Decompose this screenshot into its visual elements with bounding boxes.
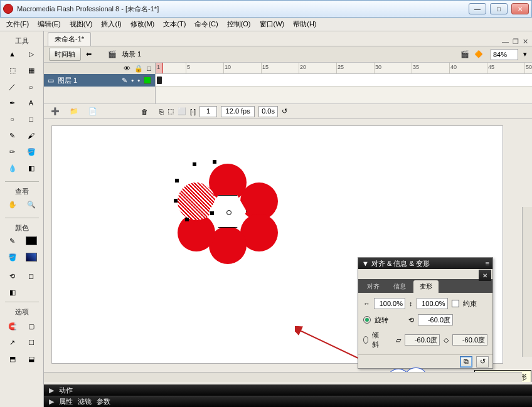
- menu-insert[interactable]: 插入(I): [97, 18, 125, 30]
- zoom-tool[interactable]: 🔍: [24, 198, 39, 211]
- subselect-tool[interactable]: ▷: [24, 47, 39, 61]
- ink-tool[interactable]: ✑: [5, 145, 20, 159]
- layer-header: 👁 🔒 □: [44, 63, 156, 74]
- lasso-tool[interactable]: ⌕: [24, 80, 39, 93]
- menu-modify[interactable]: 修改(M): [127, 18, 159, 30]
- frame-ruler[interactable]: 15101520253035404550556065: [156, 63, 532, 74]
- text-tool[interactable]: A: [24, 96, 39, 110]
- layer-track[interactable]: [156, 74, 532, 87]
- line-tool[interactable]: ／: [5, 80, 20, 93]
- document-tab[interactable]: 未命名-1*: [48, 32, 91, 46]
- layer-dot2: •: [137, 77, 140, 84]
- timeline-toggle[interactable]: 时间轴: [49, 48, 81, 61]
- current-frame: 1: [200, 106, 217, 117]
- pen-tool[interactable]: ✒: [5, 96, 20, 110]
- menu-edit[interactable]: 编辑(E): [34, 18, 65, 30]
- eraser-tool[interactable]: ◧: [24, 161, 39, 175]
- tab-transform[interactable]: 变形: [413, 280, 439, 293]
- loop-icon[interactable]: ↺: [282, 107, 287, 115]
- properties-panel-header[interactable]: ▶ 属性 滤镜 参数: [44, 396, 532, 407]
- skew-label: 倾斜: [372, 330, 381, 349]
- eye-icon[interactable]: 👁: [124, 65, 130, 72]
- collapse-icon[interactable]: ▼: [362, 260, 369, 267]
- elapsed-time: 0.0s: [258, 106, 278, 117]
- actions-panel-header[interactable]: ▶ 动作: [44, 384, 532, 396]
- menu-file[interactable]: 文件(F): [3, 18, 33, 30]
- center-frame-icon[interactable]: ⎘: [159, 108, 164, 115]
- add-guide-icon[interactable]: 📄: [85, 105, 100, 119]
- hand-tool[interactable]: ✋: [5, 198, 20, 211]
- vertical-scrollbar[interactable]: [522, 207, 532, 357]
- skew-radio[interactable]: [363, 336, 368, 344]
- rotate-radio[interactable]: [363, 316, 371, 324]
- rotate-label: 旋转: [375, 315, 388, 325]
- doc-close[interactable]: ✕: [523, 38, 528, 46]
- menu-help[interactable]: 帮助(H): [289, 18, 320, 30]
- keyframe-1[interactable]: [157, 77, 162, 84]
- tab-align[interactable]: 对齐: [361, 280, 386, 293]
- fill-color[interactable]: 🪣: [5, 250, 20, 264]
- close-button[interactable]: ✕: [511, 3, 529, 14]
- panel-close-icon[interactable]: ✕: [479, 270, 491, 281]
- tab-info[interactable]: 信息: [387, 280, 412, 293]
- panel-menu-icon[interactable]: ≡: [486, 260, 489, 267]
- panel-titlebar[interactable]: ▼ 对齐 & 信息 & 变形 ≡: [358, 258, 492, 269]
- stroke-color[interactable]: ✎: [5, 234, 20, 248]
- swap-colors[interactable]: ⟲: [5, 269, 20, 283]
- horizontal-scrollbar[interactable]: [44, 372, 522, 382]
- no-color[interactable]: ◻: [24, 269, 39, 283]
- maximize-button[interactable]: □: [490, 3, 508, 14]
- menu-control[interactable]: 控制(O): [223, 18, 255, 30]
- delete-layer-icon[interactable]: 🗑: [137, 105, 152, 119]
- new-layer-icon[interactable]: ➕: [48, 105, 63, 119]
- rotate-input[interactable]: [418, 314, 453, 325]
- free-transform-tool[interactable]: ⬚: [5, 63, 20, 77]
- scale-width-input[interactable]: [374, 298, 405, 309]
- menu-view[interactable]: 视图(V): [66, 18, 97, 30]
- brush-tool[interactable]: 🖌: [24, 129, 39, 142]
- menu-text[interactable]: 文本(T): [159, 18, 189, 30]
- transform-origin[interactable]: [226, 210, 231, 215]
- opt-5[interactable]: ⬒: [5, 352, 20, 366]
- new-folder-icon[interactable]: 📁: [66, 105, 82, 119]
- bucket-tool[interactable]: 🪣: [24, 145, 39, 159]
- edit-symbols-icon[interactable]: 🔶: [474, 50, 483, 58]
- oval-tool[interactable]: ○: [5, 112, 20, 126]
- opt-2[interactable]: ▢: [24, 319, 39, 333]
- doc-minimize[interactable]: —: [502, 38, 509, 46]
- edit-multi-icon[interactable]: [·]: [190, 108, 196, 115]
- opt-3[interactable]: ↗: [5, 336, 20, 349]
- fill-swatch[interactable]: [24, 250, 39, 264]
- scene-label[interactable]: 场景 1: [122, 50, 141, 59]
- opt-6[interactable]: ⬓: [24, 352, 39, 366]
- flower-shape[interactable]: [178, 164, 278, 264]
- transform-panel[interactable]: ▼ 对齐 & 信息 & 变形 ≡ ✕ 对齐 信息 变形 ↔ ↕ 约束: [358, 257, 493, 369]
- edit-scene-icon[interactable]: 🎬: [460, 50, 469, 58]
- back-icon[interactable]: ⬅: [86, 50, 92, 58]
- stroke-swatch[interactable]: [24, 234, 39, 248]
- layer-row[interactable]: ▭ 图层 1 ✎ • •: [44, 74, 156, 87]
- menu-commands[interactable]: 命令(C): [191, 18, 221, 30]
- rect-tool[interactable]: □: [24, 112, 39, 126]
- default-colors[interactable]: ◧: [5, 285, 20, 299]
- onion-outline-icon[interactable]: ⬜: [178, 107, 186, 115]
- outline-icon[interactable]: □: [147, 65, 151, 72]
- snap-option[interactable]: 🧲: [5, 319, 20, 333]
- menu-window[interactable]: 窗口(W): [256, 18, 289, 30]
- onion-skin-icon[interactable]: ⬚: [168, 107, 174, 115]
- lock-icon[interactable]: 🔒: [134, 65, 143, 73]
- doc-restore[interactable]: ❐: [513, 38, 519, 46]
- selection-tool[interactable]: ▲: [5, 47, 20, 61]
- eyedropper-tool[interactable]: 💧: [5, 161, 20, 175]
- pencil-tool[interactable]: ✎: [5, 129, 20, 142]
- gradient-tool[interactable]: ▦: [24, 63, 39, 77]
- document-area: 未命名-1* — ❐ ✕ 时间轴 ⬅ 🎬 场景 1 🎬 🔶 ▾ 👁 🔒 □: [44, 31, 532, 407]
- copy-apply-transform-button[interactable]: ⧉: [460, 356, 472, 367]
- constrain-checkbox[interactable]: [452, 300, 459, 307]
- zoom-dropdown-icon[interactable]: ▾: [523, 50, 527, 58]
- scale-height-input[interactable]: [417, 298, 448, 309]
- reset-transform-button[interactable]: ↺: [476, 356, 489, 367]
- opt-4[interactable]: ☐: [24, 336, 39, 349]
- minimize-button[interactable]: —: [469, 3, 486, 14]
- zoom-input[interactable]: [491, 49, 518, 60]
